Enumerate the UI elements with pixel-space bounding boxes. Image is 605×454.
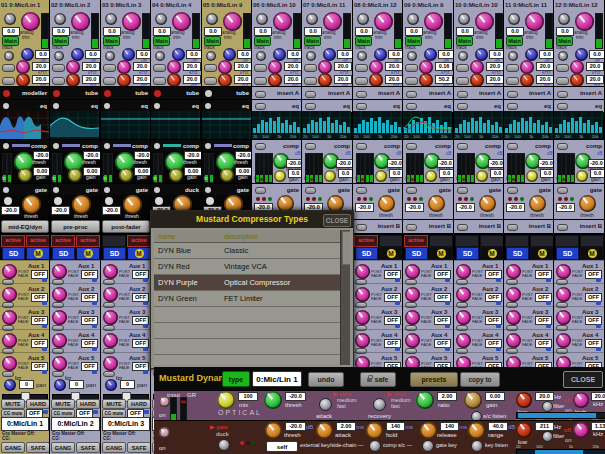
analog-gain-knob[interactable]: [172, 12, 191, 31]
input-select-knob[interactable]: [458, 13, 470, 25]
comp-thresh-value[interactable]: -20.0: [285, 392, 306, 401]
attack-option-fast[interactable]: fast: [337, 404, 346, 410]
comp-gain-knob[interactable]: [68, 168, 82, 182]
gate-thresh-value[interactable]: -20.0: [556, 203, 575, 212]
active-button[interactable]: active: [404, 235, 428, 247]
comp-gain-knob[interactable]: [18, 168, 32, 182]
aux-knob[interactable]: [355, 310, 370, 325]
small-button[interactable]: [507, 224, 518, 231]
aux-knob[interactable]: [405, 310, 420, 325]
track-knob[interactable]: [256, 51, 266, 61]
small-button[interactable]: [406, 143, 417, 150]
comp-gain-knob[interactable]: [324, 170, 336, 182]
aux-knob[interactable]: [52, 333, 67, 348]
presets-button[interactable]: presets: [410, 372, 458, 387]
input-select-knob[interactable]: [306, 13, 318, 25]
insert-row[interactable]: insert A: [554, 86, 604, 100]
input-select-knob[interactable]: [4, 13, 16, 25]
small-button[interactable]: [405, 64, 418, 72]
comp-gain-knob[interactable]: [576, 170, 588, 182]
gate-thresh-value[interactable]: -20.0: [355, 203, 374, 212]
aux-knob[interactable]: [2, 310, 17, 325]
aux-knob[interactable]: [103, 356, 118, 371]
aux-knob[interactable]: [52, 310, 67, 325]
aux-knob[interactable]: [405, 333, 420, 348]
insert-b-row[interactable]: insert B: [353, 219, 402, 234]
analog-gain-value[interactable]: 0.0: [2, 27, 20, 36]
input-select-knob[interactable]: [206, 13, 218, 25]
aux-knob[interactable]: [456, 287, 471, 302]
small-button[interactable]: [255, 103, 266, 110]
small-button[interactable]: [506, 64, 519, 72]
aux-knob[interactable]: [506, 287, 521, 302]
safe-button[interactable]: safe: [360, 372, 396, 387]
lpf-knob[interactable]: [268, 73, 282, 87]
small-button[interactable]: [153, 64, 166, 72]
sd-button[interactable]: SD: [405, 247, 428, 260]
hpf-knob[interactable]: [167, 60, 181, 74]
small-button[interactable]: [557, 187, 568, 194]
aux-knob[interactable]: [355, 287, 370, 302]
gate-thresh-value[interactable]: -20.0: [405, 203, 424, 212]
small-button[interactable]: [254, 64, 267, 72]
hpf-knob[interactable]: [66, 60, 80, 74]
small-button[interactable]: [103, 64, 116, 72]
input-select-knob[interactable]: [508, 13, 520, 25]
hpf-knob[interactable]: [218, 60, 232, 74]
gang-button[interactable]: GANG: [51, 442, 75, 453]
mustard-button[interactable]: M: [26, 247, 49, 260]
lpf-knob[interactable]: [419, 73, 433, 87]
gate-filter-button[interactable]: [542, 431, 553, 442]
insert-row[interactable]: tube: [101, 86, 150, 100]
small-button[interactable]: [507, 187, 518, 194]
channel-header[interactable]: 08 0:Mic/Lin 12: [353, 0, 402, 11]
insert-b-row[interactable]: insert B: [504, 219, 553, 234]
analog-gain-knob[interactable]: [223, 12, 242, 31]
aux-knob[interactable]: [405, 287, 420, 302]
mustard-button[interactable]: M: [580, 247, 604, 260]
eq-graph[interactable]: [101, 111, 150, 139]
aux-knob[interactable]: [506, 264, 521, 279]
aux-knob[interactable]: [103, 310, 118, 325]
gate-hold-knob[interactable]: [366, 422, 383, 439]
lpf-knob[interactable]: [318, 73, 332, 87]
gate-release-value[interactable]: 140: [440, 422, 459, 431]
insert-row[interactable]: modeller: [0, 86, 49, 100]
insert-row[interactable]: insert A: [504, 86, 553, 100]
lpf-knob[interactable]: [369, 73, 383, 87]
channel-header[interactable]: 02 0:Mic/Lin 2: [50, 0, 100, 11]
gate-mode-gate[interactable]: ▶ gate: [210, 424, 228, 430]
insert-row[interactable]: tube: [50, 86, 100, 100]
hard-button[interactable]: HARD: [127, 399, 150, 409]
track-knob[interactable]: [508, 51, 518, 61]
gate-thresh-value[interactable]: -20.0: [102, 206, 121, 215]
gate-thresh-knob[interactable]: [22, 195, 41, 214]
aux-knob[interactable]: [103, 333, 118, 348]
eq-graph[interactable]: [151, 111, 201, 139]
small-button[interactable]: [457, 91, 468, 98]
hard-button[interactable]: HARD: [76, 399, 100, 409]
small-button[interactable]: [52, 77, 65, 85]
active-button[interactable]: active: [354, 235, 378, 247]
small-button[interactable]: [2, 77, 15, 85]
recovery-selector-button[interactable]: [373, 398, 386, 411]
small-button[interactable]: [457, 224, 468, 231]
analog-gain-value[interactable]: 0.0: [254, 27, 272, 36]
insert-row[interactable]: tube: [202, 86, 251, 100]
aux-knob[interactable]: [355, 333, 370, 348]
analog-gain-knob[interactable]: [525, 12, 544, 31]
channel-name[interactable]: 0:Mic/Lin 3: [102, 417, 150, 431]
gate-mode-duck[interactable]: duck: [216, 431, 229, 437]
eq-graph[interactable]: 201001k20k: [252, 111, 301, 139]
gate-thresh-knob[interactable]: [428, 195, 445, 212]
mustard-button[interactable]: M: [480, 247, 503, 260]
insert-row[interactable]: insert A: [353, 86, 402, 100]
comp-gain-knob[interactable]: [476, 170, 488, 182]
analog-gain-value[interactable]: 0.0: [506, 27, 524, 36]
small-button[interactable]: [356, 187, 367, 194]
dialog-row[interactable]: DYN Purple Optical Compressor: [154, 275, 340, 291]
small-button[interactable]: [406, 224, 417, 231]
gate-low-value[interactable]: 211: [535, 422, 554, 431]
analog-gain-knob[interactable]: [21, 12, 40, 31]
dialog-scrollbar-thumb[interactable]: [342, 231, 350, 265]
